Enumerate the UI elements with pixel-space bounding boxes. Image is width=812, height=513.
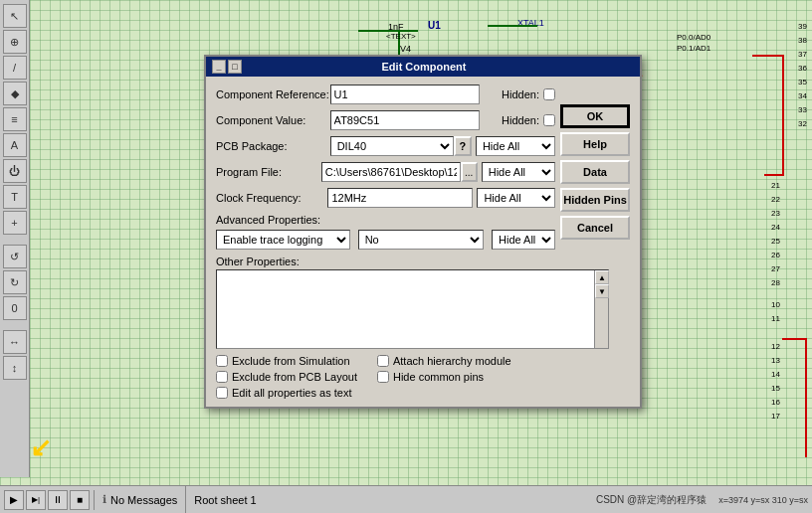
play-button[interactable]: ▶ [4, 490, 24, 510]
clock-hide-select[interactable]: Hide All [477, 188, 555, 208]
advanced-hide-select[interactable]: Hide All [492, 230, 555, 250]
program-file-input[interactable] [321, 162, 461, 182]
bottom-left-arrow: ↙ [30, 432, 52, 463]
toolbar-wire[interactable]: / [3, 56, 27, 80]
red-wire-4 [782, 338, 807, 340]
checkbox-col-left: Exclude from Simulation Exclude from PCB… [216, 355, 357, 399]
program-file-row: Program File: ... Hide All [216, 162, 555, 182]
pin-numbers-right: 3938373635343332 [798, 20, 807, 131]
chip-label-u1: U1 [428, 20, 441, 31]
hidden-checkbox-1[interactable] [543, 88, 555, 100]
status-coords: x=3974 y=sx 310 y=sx [714, 494, 812, 505]
hide-common-pins-label: Hide common pins [393, 371, 484, 383]
other-properties-textarea[interactable] [217, 270, 594, 348]
root-sheet-label: Root sheet 1 [194, 494, 256, 506]
other-properties-area: ▲ ▼ [216, 269, 609, 349]
toolbar-zero[interactable]: 0 [3, 296, 27, 320]
component-reference-row: Component Reference: Hidden: [216, 85, 555, 104]
checkboxes-section: Exclude from Simulation Exclude from PCB… [216, 355, 555, 399]
red-wire-1 [752, 55, 782, 57]
component-value-label: Component Value: [216, 114, 330, 126]
pcb-hide-select[interactable]: Hide All [476, 136, 555, 156]
program-file-browse-btn[interactable]: ... [461, 162, 478, 182]
hidden-checkbox-2[interactable] [543, 114, 555, 126]
program-hide-select[interactable]: Hide All [482, 162, 555, 182]
cap-label: 1nF [388, 22, 404, 32]
toolbar-marker[interactable]: + [3, 211, 27, 235]
help-button[interactable]: Help [560, 132, 630, 156]
advanced-properties-row: Enable trace logging No Yes Hide All [216, 230, 555, 250]
toolbar-move-h[interactable]: ↔ [3, 330, 27, 354]
play-controls: ▶ ▶| ⏸ ■ [0, 490, 95, 510]
toolbar-power[interactable]: ⏻ [3, 159, 27, 183]
component-value-input[interactable] [330, 110, 481, 130]
red-wire-2 [782, 55, 784, 174]
scrollbar-down[interactable]: ▼ [595, 284, 609, 298]
info-icon: ℹ [102, 493, 106, 506]
left-toolbar: ↖ ⊕ / ◆ ≡ A ⏻ T + ↺ ↻ 0 ↔ ↕ [0, 0, 30, 477]
toolbar-junction[interactable]: ◆ [3, 82, 27, 105]
dialog-body: Component Reference: Hidden: Component V… [206, 77, 640, 407]
status-bar: ▶ ▶| ⏸ ■ ℹ No Messages Root sheet 1 CSDN… [0, 485, 812, 513]
pause-button[interactable]: ⏸ [48, 490, 68, 510]
toolbar-bus[interactable]: ≡ [3, 107, 27, 131]
attach-hierarchy-label: Attach hierarchy module [393, 355, 511, 367]
toolbar-undo[interactable]: ↺ [3, 245, 27, 268]
other-properties-scrollbar: ▲ ▼ [594, 270, 608, 348]
checkbox-col-right: Attach hierarchy module Hide common pins [377, 355, 511, 399]
hidden-row-2: Hidden: [502, 114, 555, 126]
exclude-simulation-checkbox[interactable] [216, 355, 228, 367]
dialog-action-buttons: OK Help Data Hidden Pins Cancel [560, 104, 630, 240]
port-label: P0.0/AD0P0.1/AD1 [677, 32, 710, 54]
step-button[interactable]: ▶| [26, 490, 46, 510]
scrollbar-up[interactable]: ▲ [595, 270, 609, 284]
data-button[interactable]: Data [560, 160, 630, 184]
hidden-label-2: Hidden: [502, 114, 539, 126]
component-value-row: Component Value: Hidden: [216, 110, 555, 130]
cancel-button[interactable]: Cancel [560, 216, 630, 240]
clock-frequency-row: Clock Frequency: Hide All [216, 188, 555, 208]
toolbar-redo[interactable]: ↻ [3, 270, 27, 294]
component-reference-label: Component Reference: [216, 88, 330, 100]
toolbar-component[interactable]: ⊕ [3, 30, 27, 54]
toolbar-text[interactable]: T [3, 185, 27, 209]
toolbar-move-v[interactable]: ↕ [3, 356, 27, 380]
exclude-simulation-row: Exclude from Simulation [216, 355, 357, 367]
status-message-area: ℹ No Messages [95, 486, 186, 513]
advanced-value-select[interactable]: No Yes [358, 230, 484, 250]
edit-properties-checkbox[interactable] [216, 387, 228, 399]
toolbar-label[interactable]: A [3, 133, 27, 157]
text-marker: <TEXT> [386, 32, 416, 41]
wire-xtal [488, 25, 537, 27]
exclude-pcb-checkbox[interactable] [216, 371, 228, 383]
pcb-package-label: PCB Package: [216, 140, 330, 152]
dialog-title: Edit Component [242, 61, 606, 73]
hidden-row-1: Hidden: [502, 88, 555, 100]
stop-button[interactable]: ■ [70, 490, 90, 510]
red-wire-3 [764, 174, 784, 176]
dialog-maximize-btn[interactable]: □ [228, 60, 242, 74]
status-sheet: Root sheet 1 [186, 486, 264, 513]
advanced-property-select[interactable]: Enable trace logging [216, 230, 350, 250]
component-reference-input[interactable] [330, 85, 481, 104]
red-wire-5 [805, 338, 807, 457]
pin-numbers-left: 2122232425262728 [771, 179, 780, 290]
no-messages-label: No Messages [110, 494, 177, 506]
edit-properties-label: Edit all properties as text [232, 387, 351, 399]
attach-hierarchy-row: Attach hierarchy module [377, 355, 511, 367]
pcb-package-row: PCB Package: DIL40 ? Hide All [216, 136, 555, 156]
hidden-pins-button[interactable]: Hidden Pins [560, 188, 630, 212]
toolbar-select[interactable]: ↖ [3, 4, 27, 28]
pcb-question-btn[interactable]: ? [454, 136, 472, 156]
dialog-minimize-btn[interactable]: _ [212, 60, 226, 74]
clock-frequency-input[interactable] [327, 188, 473, 208]
exclude-pcb-row: Exclude from PCB Layout [216, 371, 357, 383]
exclude-simulation-label: Exclude from Simulation [232, 355, 350, 367]
advanced-properties-label: Advanced Properties: [216, 214, 555, 226]
pcb-package-select[interactable]: DIL40 [330, 136, 454, 156]
program-file-label: Program File: [216, 166, 321, 178]
other-properties-label: Other Properties: [216, 256, 555, 267]
hide-common-pins-checkbox[interactable] [377, 371, 389, 383]
ok-button[interactable]: OK [560, 104, 630, 128]
attach-hierarchy-checkbox[interactable] [377, 355, 389, 367]
